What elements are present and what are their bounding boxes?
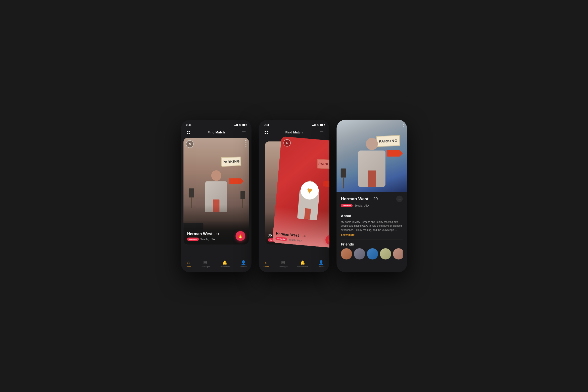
nav-messages-2[interactable]: ▤ Messages <box>278 260 287 268</box>
parking-sign-1: PARKING <box>221 157 241 167</box>
notifications-icon-1: 🔔 <box>222 260 227 265</box>
detail-tags: Versatile Seattle, USA <box>341 204 403 207</box>
about-text: My name is Mary Burgess and I enjoy meet… <box>341 220 403 232</box>
card-area-1: PARKING <box>183 138 249 244</box>
bottom-nav-2: ⌂ Home ▤ Messages 🔔 Notifications 👤 Prof… <box>259 258 329 272</box>
nav-notifications-label-2: Notifications <box>297 266 308 268</box>
nav-messages-1[interactable]: ▤ Messages <box>201 260 210 268</box>
detail-info: Herman West · 20 ··· Versatile Seattle, … <box>336 192 407 263</box>
profile-card-1[interactable]: PARKING <box>183 138 249 244</box>
friend-avatar-1[interactable] <box>341 248 352 260</box>
detail-dots <box>403 123 404 127</box>
time-1: 9:41 <box>186 123 191 126</box>
app-header-2: Find Match <box>259 128 329 138</box>
nav-home-label-1: Home <box>186 266 191 268</box>
dot-1-2 <box>245 142 246 143</box>
nav-messages-label-1: Messages <box>201 266 210 268</box>
friend-avatar-3[interactable] <box>367 248 378 260</box>
phone-2: 9:41 ⊜ Find Match <box>259 120 329 272</box>
profiles-icon-2: 👤 <box>319 260 323 265</box>
swipe-age-2: 20 <box>303 234 307 238</box>
friend-avatar-5[interactable] <box>393 248 403 260</box>
detail-name: Herman West <box>341 196 368 201</box>
nav-notifications-label-1: Notifications <box>219 266 230 268</box>
home-icon-1: ⌂ <box>187 260 190 265</box>
header-title-1: Find Match <box>208 130 225 134</box>
grid-icon-1 <box>187 131 190 134</box>
detail-dot-2 <box>403 124 404 125</box>
grid-button-2[interactable] <box>263 129 270 136</box>
wifi-2: ⊜ <box>317 123 319 126</box>
nav-home-1[interactable]: ⌂ Home <box>186 260 191 268</box>
detail-more-button[interactable]: ··· <box>396 196 403 202</box>
grid-button-1[interactable] <box>185 129 192 136</box>
divider-1 <box>341 211 403 211</box>
card-dots-1 <box>245 140 246 147</box>
detail-name-age: Herman West · 20 <box>341 196 378 201</box>
status-bar-1: 9:41 ⊜ <box>181 120 252 128</box>
card-location-1: Seattle, USA <box>200 238 215 241</box>
versatile-badge-1: Versatile <box>187 238 199 241</box>
friend-avatar-4[interactable] <box>380 248 391 260</box>
status-bar-2: 9:41 ⊜ <box>259 120 329 128</box>
nav-profiles-label-2: Profiles <box>318 266 324 268</box>
nav-home-label-2: Home <box>264 266 269 268</box>
profile-detail-panel: PARKING <box>336 120 407 272</box>
signal-1 <box>234 124 238 126</box>
back-name-2: Jo <box>268 233 272 237</box>
nav-profiles-label-1: Profiles <box>240 266 247 268</box>
divider-2 <box>341 239 403 239</box>
friends-row <box>341 248 403 260</box>
signal-2 <box>312 124 316 126</box>
menu-button-1[interactable] <box>241 129 247 136</box>
nav-profiles-1[interactable]: 👤 Profiles <box>240 260 247 268</box>
detail-tag-badge: Versatile <box>341 204 353 207</box>
dot-1-4 <box>245 146 246 147</box>
show-more-button[interactable]: Show more <box>341 233 354 236</box>
friend-avatar-2[interactable] <box>354 248 365 260</box>
detail-dot-1 <box>403 123 404 124</box>
detail-location: Seattle, USA <box>355 204 369 207</box>
fire-button-1[interactable]: 🔥 <box>235 231 245 241</box>
status-icons-2: ⊜ <box>312 123 324 126</box>
heart-icon-2: ♥ <box>307 185 313 196</box>
bottom-nav-1: ⌂ Home ▤ Messages 🔔 Notifications 👤 Prof… <box>181 258 252 272</box>
time-2: 9:41 <box>264 123 269 126</box>
detail-man <box>354 138 390 192</box>
detail-age: 20 <box>373 197 378 202</box>
app-header-1: Find Match <box>181 128 252 138</box>
profiles-icon-1: 👤 <box>241 260 246 265</box>
about-title: About <box>341 214 403 218</box>
battery-2 <box>320 124 324 126</box>
card-age-1: 20 <box>216 232 220 236</box>
detail-photo-bg: PARKING <box>336 120 407 192</box>
card-area-2: PARKING Jo <box>261 138 327 244</box>
swipe-card-2: PARKING ♥ <box>272 136 329 248</box>
menu-icon-1 <box>242 132 246 133</box>
menu-button-2[interactable] <box>318 129 325 136</box>
rewind-button-1[interactable]: ↻ <box>186 140 193 148</box>
battery-1 <box>242 124 246 126</box>
nav-profiles-2[interactable]: 👤 Profiles <box>318 260 324 268</box>
detail-photo: PARKING <box>336 120 407 192</box>
home-icon-2: ⌂ <box>265 260 268 265</box>
nav-notifications-1[interactable]: 🔔 Notifications <box>219 260 230 268</box>
detail-name-row: Herman West · 20 ··· <box>341 196 403 202</box>
grid-icon-2 <box>265 131 268 134</box>
dot-1-1 <box>245 140 246 141</box>
messages-icon-1: ▤ <box>203 260 207 265</box>
nav-notifications-2[interactable]: 🔔 Notifications <box>297 260 308 268</box>
card-name-1: Herman West <box>187 231 212 236</box>
dot-1-3 <box>245 144 246 145</box>
menu-icon-2 <box>320 132 323 133</box>
header-title-2: Find Match <box>285 130 303 134</box>
nav-messages-label-2: Messages <box>278 266 287 268</box>
status-icons-1: ⊜ <box>234 123 247 126</box>
nav-home-2[interactable]: ⌂ Home <box>264 260 269 268</box>
notifications-icon-2: 🔔 <box>300 260 305 265</box>
detail-dot-3 <box>403 126 404 127</box>
phone-1: 9:41 ⊜ Find Match <box>181 120 252 272</box>
swipe-photo-2: PARKING ♥ <box>272 136 329 248</box>
messages-icon-2: ▤ <box>281 260 285 265</box>
wifi-1: ⊜ <box>239 123 241 126</box>
